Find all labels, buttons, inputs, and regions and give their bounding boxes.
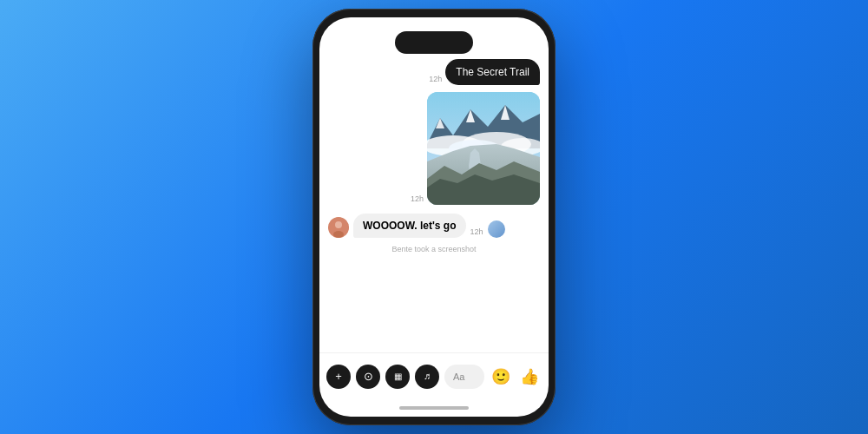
message-input[interactable]: Aa bbox=[444, 365, 484, 389]
msg3-time: 12h bbox=[470, 227, 483, 236]
input-placeholder: Aa bbox=[453, 372, 464, 382]
camera-button[interactable]: ⊙ bbox=[356, 365, 380, 389]
svg-point-15 bbox=[333, 231, 344, 238]
gallery-icon: ▦ bbox=[394, 372, 402, 381]
svg-point-14 bbox=[335, 221, 342, 228]
receiver-avatar-small bbox=[488, 220, 505, 238]
home-indicator bbox=[319, 399, 549, 417]
thumbs-up-icon: 👍 bbox=[520, 367, 539, 386]
like-button[interactable]: 👍 bbox=[517, 365, 542, 389]
screenshot-notice: Bente took a screenshot bbox=[328, 243, 540, 257]
home-bar bbox=[399, 406, 469, 410]
dynamic-island bbox=[395, 31, 473, 54]
phone-container: 9:41 AM 12h The Secret Trail 12h bbox=[312, 9, 556, 425]
camera-icon: ⊙ bbox=[364, 371, 373, 382]
outgoing-text-row: 12h The Secret Trail bbox=[328, 59, 540, 85]
emoji-icon: 🙂 bbox=[491, 367, 510, 386]
plus-icon: + bbox=[335, 371, 342, 382]
outgoing-image-row: 12h bbox=[328, 92, 540, 205]
incoming-text-row: WOOOOW. let's go 12h bbox=[328, 214, 540, 238]
chat-image[interactable] bbox=[427, 92, 540, 205]
emoji-button[interactable]: 🙂 bbox=[490, 365, 512, 388]
mic-button[interactable]: ♬ bbox=[415, 365, 439, 389]
chat-area: 12h The Secret Trail 12h bbox=[319, 59, 549, 352]
msg2-time: 12h bbox=[411, 194, 424, 203]
msg1-time: 12h bbox=[429, 75, 442, 83]
input-bar: + ⊙ ▦ ♬ Aa 🙂 👍 bbox=[319, 352, 549, 399]
gallery-button[interactable]: ▦ bbox=[385, 365, 410, 389]
plus-button[interactable]: + bbox=[326, 365, 351, 389]
sender-avatar bbox=[328, 217, 349, 238]
mic-icon: ♬ bbox=[424, 372, 431, 381]
outgoing-text-bubble: The Secret Trail bbox=[445, 59, 540, 85]
phone-screen: 9:41 AM 12h The Secret Trail 12h bbox=[319, 17, 549, 417]
incoming-text-bubble: WOOOOW. let's go bbox=[353, 214, 466, 238]
